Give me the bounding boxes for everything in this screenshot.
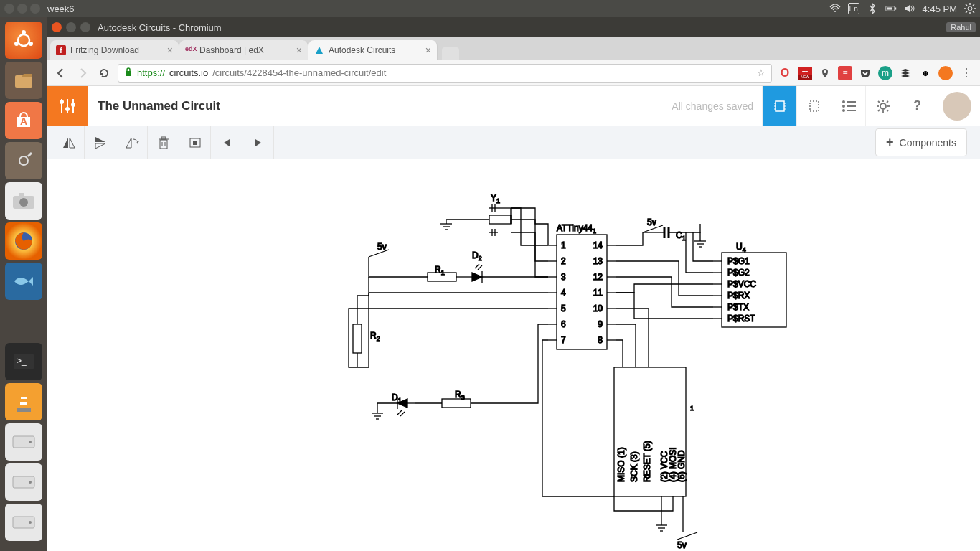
minimize-icon[interactable] [66, 22, 76, 32]
win-min-icon[interactable] [17, 4, 27, 14]
tab-autodesk[interactable]: Autodesk Circuits × [308, 40, 438, 60]
launcher-bluefish[interactable] [5, 263, 42, 300]
svg-text:P$TX: P$TX [727, 302, 749, 312]
lang-indicator[interactable]: En [848, 3, 859, 14]
svg-point-13 [18, 34, 29, 46]
flip-v-button[interactable] [85, 126, 116, 159]
svg-rect-17 [15, 75, 32, 88]
svg-text:9: 9 [598, 319, 603, 329]
svg-text:(6) GND: (6) GND [677, 450, 687, 482]
svg-point-60 [842, 105, 845, 108]
ext-lastpass-icon[interactable]: NEW••• [798, 66, 812, 80]
svg-point-43 [824, 70, 826, 73]
clock[interactable]: 4:45 PM [923, 4, 957, 14]
win-close-icon[interactable] [4, 4, 14, 14]
circuit-title[interactable]: The Unnamed Circuit [98, 99, 220, 113]
ext-postman-icon[interactable] [938, 66, 953, 80]
bluetooth-icon[interactable] [867, 3, 878, 14]
ext-skull-icon[interactable]: ☻ [918, 66, 933, 80]
svg-text:P$G1: P$G1 [727, 256, 750, 266]
bookmark-star-icon[interactable]: ☆ [757, 67, 765, 78]
ubuntu-menubar: week6 En 4:45 PM [0, 0, 980, 17]
launcher-disk1[interactable] [5, 423, 42, 461]
redo-button[interactable] [242, 126, 274, 159]
launcher-terminal[interactable]: >_ [5, 343, 42, 380]
ext-buffer-icon[interactable] [898, 66, 913, 80]
svg-rect-59 [847, 101, 856, 103]
gear-icon[interactable] [964, 3, 976, 14]
ext-pocket-icon[interactable] [858, 66, 872, 80]
tab-close-icon[interactable]: × [425, 44, 431, 56]
fit-button[interactable] [179, 126, 211, 159]
ext-pin-icon[interactable] [818, 66, 832, 80]
win-max-icon[interactable] [30, 4, 40, 14]
tab-edx[interactable]: edX Dashboard | edX × [179, 40, 308, 60]
tab-close-icon[interactable]: × [167, 44, 173, 56]
new-tab-button[interactable] [442, 47, 459, 60]
launcher-files[interactable] [5, 62, 42, 99]
bom-button[interactable] [831, 86, 865, 126]
close-icon[interactable] [52, 22, 62, 32]
chrome-menu-icon[interactable]: ⋮ [958, 65, 974, 81]
ext-m-icon[interactable]: m [878, 66, 892, 80]
help-button[interactable]: ? [900, 86, 934, 126]
components-button[interactable]: + Components [875, 128, 967, 156]
omnibox-row: https://circuits.io/circuits/4228454-the… [47, 60, 980, 86]
back-button[interactable] [53, 65, 69, 81]
svg-text:12: 12 [593, 272, 603, 282]
maximize-icon[interactable] [80, 22, 90, 32]
ic-label: ATTiny441 [557, 223, 596, 235]
svg-line-10 [973, 11, 974, 13]
schematic-canvas[interactable]: ATTiny441 1 2 3 4 5 6 7 14 13 12 11 [47, 159, 980, 551]
svg-point-16 [14, 42, 19, 46]
launcher-camera[interactable] [5, 182, 42, 220]
pcb-view-button[interactable] [796, 86, 831, 126]
svg-text:7: 7 [561, 335, 566, 345]
tab-fritzing[interactable]: f Fritzing Download × [50, 40, 179, 60]
launcher-disk2[interactable] [5, 463, 42, 501]
svg-rect-29 [21, 397, 27, 399]
settings-button[interactable] [865, 86, 900, 126]
svg-rect-23 [19, 193, 24, 196]
svg-point-64 [880, 103, 886, 109]
url-input[interactable]: https://circuits.io/circuits/4228454-the… [118, 64, 772, 83]
launcher-firefox[interactable] [5, 222, 42, 260]
svg-text:RESET (5): RESET (5) [642, 441, 652, 482]
svg-point-4 [968, 6, 972, 11]
app-header: The Unnamed Circuit All changes saved ? [47, 86, 980, 126]
tab-close-icon[interactable]: × [296, 44, 302, 56]
volume-icon[interactable] [904, 3, 915, 14]
battery-icon[interactable] [885, 3, 897, 14]
plus-icon: + [886, 135, 894, 150]
svg-text:4: 4 [561, 288, 566, 298]
user-avatar[interactable] [943, 92, 971, 121]
forward-button[interactable] [75, 65, 90, 81]
ext-opera-icon[interactable]: O [778, 66, 792, 80]
svg-text:5v: 5v [647, 217, 656, 227]
svg-line-69 [878, 101, 880, 103]
ext-todoist-icon[interactable]: ≡ [838, 66, 852, 80]
svg-text:5v: 5v [677, 540, 687, 550]
launcher-vlc[interactable] [5, 383, 42, 420]
launcher-settings[interactable] [5, 142, 42, 179]
launcher-software[interactable]: A [5, 102, 42, 139]
svg-text:14: 14 [593, 240, 603, 250]
wifi-icon[interactable] [829, 3, 841, 14]
reload-button[interactable] [96, 65, 112, 81]
svg-line-70 [887, 110, 888, 111]
delete-button[interactable] [148, 126, 179, 159]
circuits-logo-icon[interactable] [47, 86, 88, 126]
rotate-button[interactable] [116, 126, 148, 159]
svg-point-58 [842, 100, 845, 103]
undo-button[interactable] [211, 126, 242, 159]
svg-text:P$RST: P$RST [727, 314, 755, 324]
launcher-disk3[interactable] [5, 504, 42, 541]
window-title: week6 [47, 4, 829, 14]
svg-point-49 [72, 103, 75, 106]
flip-h-button[interactable] [53, 126, 85, 159]
profile-badge[interactable]: Rahul [946, 22, 976, 32]
schematic-view-button[interactable] [762, 86, 796, 126]
lock-icon [124, 67, 133, 79]
svg-line-133 [397, 410, 402, 415]
launcher-dash[interactable] [5, 22, 42, 59]
